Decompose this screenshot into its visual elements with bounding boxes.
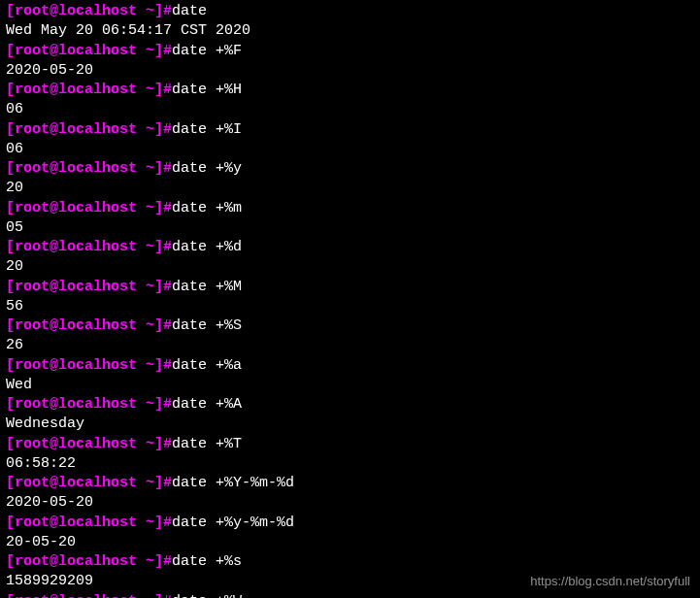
command-text: date +%y-%m-%d	[172, 515, 294, 531]
shell-prompt: [root@localhost ~]#	[6, 82, 172, 98]
command-line: [root@localhost ~]#date +%a	[6, 356, 694, 376]
command-line: [root@localhost ~]#date +%y-%m-%d	[6, 514, 694, 533]
command-output: 26	[6, 336, 694, 355]
command-text: date +%S	[172, 317, 242, 334]
command-output: 20-05-20	[6, 533, 694, 552]
shell-prompt: [root@localhost ~]#	[6, 3, 172, 19]
command-output: Wed May 20 06:54:17 CST 2020	[6, 21, 694, 41]
shell-prompt: [root@localhost ~]#	[6, 200, 172, 216]
command-text: date +%A	[172, 396, 242, 413]
command-output: 06	[6, 100, 694, 119]
command-line: [root@localhost ~]#date +%m	[6, 199, 694, 218]
shell-prompt: [root@localhost ~]#	[6, 43, 172, 59]
command-output: 05	[6, 218, 694, 238]
command-text: date +%a	[172, 357, 242, 374]
command-text: date +%s	[172, 553, 242, 570]
command-output: 56	[6, 297, 694, 316]
command-line: [root@localhost ~]#date +%H	[6, 81, 694, 100]
command-line: [root@localhost ~]#date +%y	[6, 159, 694, 179]
shell-prompt: [root@localhost ~]#	[6, 121, 172, 138]
shell-prompt: [root@localhost ~]#	[6, 317, 172, 334]
shell-prompt: [root@localhost ~]#	[6, 475, 172, 491]
command-output: 2020-05-20	[6, 493, 694, 513]
shell-prompt: [root@localhost ~]#	[6, 239, 172, 255]
command-line: [root@localhost ~]#date +%S	[6, 316, 694, 336]
command-text: date	[172, 3, 207, 19]
command-text: date +%H	[172, 82, 242, 98]
command-output: 06:58:22	[6, 454, 694, 474]
shell-prompt: [root@localhost ~]#	[6, 160, 172, 177]
command-line: [root@localhost ~]#date +%W	[6, 592, 694, 599]
shell-prompt: [root@localhost ~]#	[6, 553, 172, 570]
shell-prompt: [root@localhost ~]#	[6, 396, 172, 413]
shell-prompt: [root@localhost ~]#	[6, 593, 172, 599]
command-line: [root@localhost ~]#date +%A	[6, 395, 694, 415]
command-output: 06	[6, 140, 694, 159]
command-text: date +%Y-%m-%d	[172, 475, 294, 491]
command-line: [root@localhost ~]#date +%F	[6, 42, 694, 61]
shell-prompt: [root@localhost ~]#	[6, 357, 172, 374]
command-text: date +%d	[172, 239, 242, 255]
command-output: Wed	[6, 376, 694, 395]
command-line: [root@localhost ~]#date +%Y-%m-%d	[6, 474, 694, 493]
command-line: [root@localhost ~]#date +%d	[6, 238, 694, 257]
command-text: date +%M	[172, 279, 242, 295]
command-text: date +%F	[172, 43, 242, 59]
command-line: [root@localhost ~]#date +%M	[6, 278, 694, 297]
command-text: date +%m	[172, 200, 242, 216]
command-line: [root@localhost ~]#date +%T	[6, 435, 694, 454]
command-line: [root@localhost ~]#date	[6, 2, 694, 21]
command-output: Wednesday	[6, 415, 694, 434]
command-output: 20	[6, 179, 694, 198]
shell-prompt: [root@localhost ~]#	[6, 436, 172, 452]
command-text: date +%y	[172, 160, 242, 177]
command-text: date +%I	[172, 121, 242, 138]
watermark-text: https://blog.csdn.net/storyfull	[530, 573, 690, 590]
shell-prompt: [root@localhost ~]#	[6, 515, 172, 531]
terminal-output: [root@localhost ~]#dateWed May 20 06:54:…	[6, 2, 694, 598]
command-line: [root@localhost ~]#date +%s	[6, 552, 694, 572]
command-output: 2020-05-20	[6, 61, 694, 81]
command-text: date +%T	[172, 436, 242, 452]
command-line: [root@localhost ~]#date +%I	[6, 120, 694, 140]
command-output: 20	[6, 257, 694, 277]
shell-prompt: [root@localhost ~]#	[6, 279, 172, 295]
command-text: date +%W	[172, 593, 242, 599]
